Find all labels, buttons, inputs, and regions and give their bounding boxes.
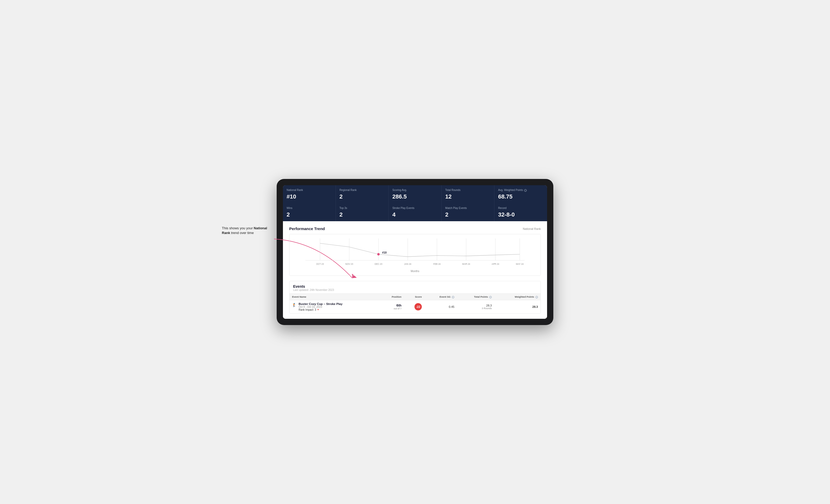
event-sg-info-icon: ⓘ [452,296,454,298]
event-date: Oct 9 - Oct 10, 2023 [298,305,343,308]
svg-text:NOV 23: NOV 23 [345,263,353,265]
svg-text:MAY 24: MAY 24 [516,263,523,265]
event-name-cell: 🏌 Buster Cozy Cup – Stroke Play Oct 9 - … [289,300,380,313]
events-last-updated: Last updated: 24th November 2023 [293,289,537,292]
event-sg: 0.45 [424,300,457,313]
col-score: Score [404,294,424,300]
stat-total-rounds: Total Rounds 12 [442,185,494,203]
stats-row-1: National Rank #10 Regional Rank 2 Scorin… [283,185,547,203]
events-table: Event Name Position Score Event SG [289,294,541,313]
svg-text:FEB 24: FEB 24 [433,263,441,265]
col-event-sg: Event SG ⓘ [424,294,457,300]
tablet-device: National Rank #10 Regional Rank 2 Scorin… [277,179,553,325]
stat-regional-rank: Regional Rank 2 [336,185,389,203]
events-table-body: 🏌 Buster Cozy Cup – Stroke Play Oct 9 - … [289,300,541,313]
col-total-points: Total Points ⓘ [457,294,494,300]
content-area: Performance Trend National Rank [283,221,547,318]
stat-wins: Wins 2 [283,203,336,221]
svg-text:MAR 24: MAR 24 [462,263,470,265]
chart-svg: #10 OCT 23 NOV 23 DEC 23 JAN 24 FEB 24 M… [294,238,536,268]
stats-row-2: Wins 2 Top 3s 2 Stroke Play Events 4 Mat… [283,203,547,221]
performance-chart: #10 OCT 23 NOV 23 DEC 23 JAN 24 FEB 24 M… [289,234,541,276]
performance-header: Performance Trend National Rank [289,227,541,231]
chart-datapoint [377,253,380,256]
col-weighted-points: Weighted Points ⓘ [494,294,541,300]
scene: This shows you your National Rank trend … [277,179,553,325]
event-total-points: 28.3 3 Rounds [457,300,494,313]
col-event-name: Event Name [289,294,380,300]
stat-match-play-events: Match Play Events 2 [442,203,494,221]
info-icon: ⓘ [524,189,527,192]
event-weighted-points: 28.3 [494,300,541,313]
svg-text:JAN 24: JAN 24 [404,263,411,265]
performance-section: Performance Trend National Rank [289,227,541,276]
events-table-header: Event Name Position Score Event SG [289,294,541,300]
performance-subtitle: National Rank [523,227,541,230]
svg-text:APR 24: APR 24 [492,263,499,265]
table-row: 🏌 Buster Cozy Cup – Stroke Play Oct 9 - … [289,300,541,313]
event-name: Buster Cozy Cup – Stroke Play [298,302,343,305]
total-points-info-icon: ⓘ [489,296,492,298]
events-section: Events Last updated: 24th November 2023 … [289,281,541,313]
events-title: Events [293,284,537,289]
col-position: Position [380,294,404,300]
stat-national-rank: National Rank #10 [283,185,336,203]
svg-text:OCT 23: OCT 23 [316,263,324,265]
stat-record: Record 32-8-0 [494,203,547,221]
performance-title: Performance Trend [289,227,325,231]
annotation-text: This shows you your National Rank trend … [222,226,274,235]
tablet-screen: National Rank #10 Regional Rank 2 Scorin… [283,185,547,318]
rank-impact: Rank Impact: 3 ▼ [298,308,343,311]
stat-stroke-play-events: Stroke Play Events 4 [389,203,441,221]
events-header: Events Last updated: 24th November 2023 [289,281,541,294]
svg-text:DEC 23: DEC 23 [375,263,382,265]
svg-text:#10: #10 [382,251,387,254]
weighted-points-info-icon: ⓘ [535,296,538,298]
event-score: -22 [404,300,424,313]
stat-avg-weighted-points: Avg. Weighted Points ⓘ 68.75 [494,185,547,203]
event-position: 6th out of 7 [380,300,404,313]
chart-x-axis-label: Months [294,270,536,273]
event-icon: 🏌 [292,303,296,307]
stat-scoring-avg: Scoring Avg. 286.5 [389,185,441,203]
rank-arrow-icon: ▼ [317,308,319,311]
stat-top3s: Top 3s 2 [336,203,389,221]
